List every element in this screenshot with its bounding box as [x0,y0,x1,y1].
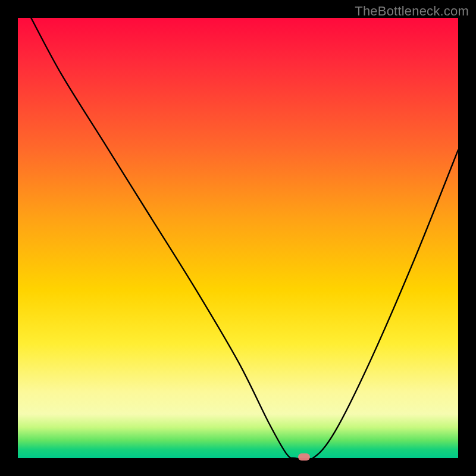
watermark-text: TheBottleneck.com [355,4,469,19]
bottleneck-marker [298,453,310,461]
chart-frame: TheBottleneck.com [0,0,476,476]
bottleneck-curve [18,18,458,458]
plot-area [18,18,458,458]
